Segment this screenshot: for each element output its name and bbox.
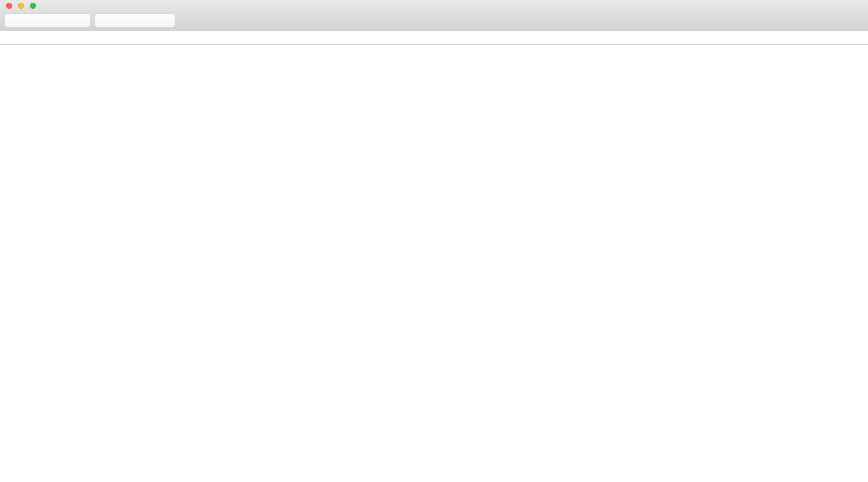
traffic-lights <box>0 0 36 12</box>
titlebar <box>0 0 868 12</box>
table-and-gantt-header <box>0 31 868 45</box>
minimize-window-button[interactable] <box>18 3 24 9</box>
zoom-window-button[interactable] <box>30 3 36 9</box>
view-switcher <box>5 14 90 28</box>
omniplan-window <box>0 0 868 482</box>
close-window-button[interactable] <box>6 3 12 9</box>
toolbar <box>0 12 868 32</box>
gantt-content <box>0 44 868 482</box>
effort-column-header[interactable] <box>7 31 70 44</box>
split-mode-dropdown[interactable] <box>95 14 175 28</box>
